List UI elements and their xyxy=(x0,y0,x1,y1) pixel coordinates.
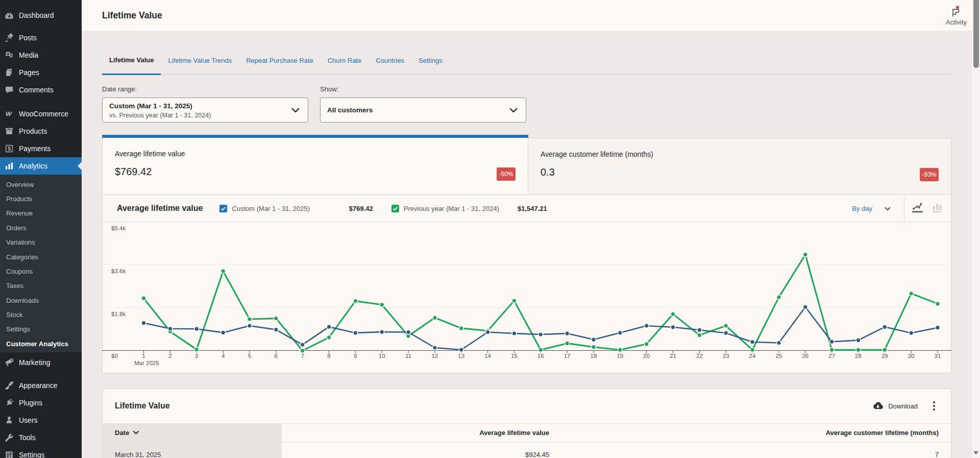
svg-text:$1.8k: $1.8k xyxy=(111,311,126,317)
svg-text:27: 27 xyxy=(828,353,835,359)
svg-text:3: 3 xyxy=(195,353,198,359)
svg-text:7: 7 xyxy=(301,353,304,359)
svg-text:30: 30 xyxy=(908,353,915,359)
svg-text:14: 14 xyxy=(484,353,491,359)
svg-text:4: 4 xyxy=(222,353,225,359)
svg-text:9: 9 xyxy=(354,353,357,359)
svg-text:5: 5 xyxy=(248,353,251,359)
svg-text:22: 22 xyxy=(696,353,703,359)
svg-text:17: 17 xyxy=(564,353,571,359)
svg-text:12: 12 xyxy=(432,353,438,359)
svg-text:31: 31 xyxy=(935,353,941,359)
svg-text:19: 19 xyxy=(617,353,623,359)
svg-text:$5.4k: $5.4k xyxy=(111,225,126,231)
svg-text:2: 2 xyxy=(168,353,172,359)
svg-text:6: 6 xyxy=(275,353,278,359)
svg-text:16: 16 xyxy=(537,353,544,359)
svg-text:28: 28 xyxy=(855,353,862,359)
svg-text:29: 29 xyxy=(881,353,888,359)
svg-text:24: 24 xyxy=(749,353,756,359)
svg-text:18: 18 xyxy=(591,353,597,359)
svg-text:21: 21 xyxy=(670,353,676,359)
svg-text:1: 1 xyxy=(142,353,145,359)
svg-text:15: 15 xyxy=(511,353,518,359)
svg-text:10: 10 xyxy=(379,353,385,359)
svg-text:20: 20 xyxy=(643,353,650,359)
svg-text:$0: $0 xyxy=(111,353,118,359)
svg-text:26: 26 xyxy=(802,353,808,359)
svg-text:13: 13 xyxy=(458,353,464,359)
svg-text:25: 25 xyxy=(776,353,782,359)
svg-text:Mar 2025: Mar 2025 xyxy=(134,360,159,366)
svg-text:8: 8 xyxy=(327,353,330,359)
svg-text:11: 11 xyxy=(405,353,411,359)
svg-text:23: 23 xyxy=(723,353,729,359)
svg-text:$: $ xyxy=(8,146,11,152)
svg-text:$3.6k: $3.6k xyxy=(111,268,126,274)
